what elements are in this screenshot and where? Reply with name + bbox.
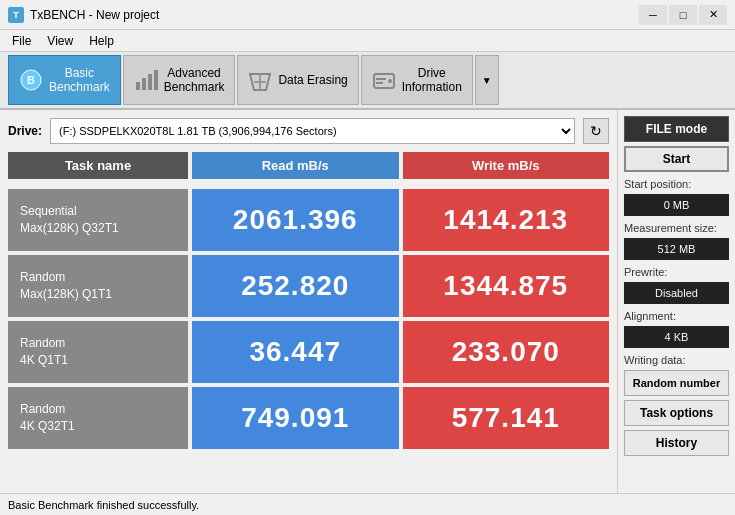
col-header-write: Write mB/s bbox=[403, 152, 610, 179]
row-1-write: 1344.875 bbox=[403, 255, 610, 317]
data-erasing-icon bbox=[248, 68, 272, 92]
start-position-label: Start position: bbox=[624, 178, 729, 190]
main-area: Drive: (F:) SSDPELKX020T8L 1.81 TB (3,90… bbox=[0, 110, 617, 493]
prewrite-label: Prewrite: bbox=[624, 266, 729, 278]
svg-rect-4 bbox=[148, 74, 152, 90]
toolbar-basic-benchmark[interactable]: B Basic Benchmark bbox=[8, 55, 121, 105]
table-row: Random 4K Q1T1 36.447 233.070 bbox=[8, 321, 609, 383]
prewrite-value: Disabled bbox=[624, 282, 729, 304]
measurement-size-label: Measurement size: bbox=[624, 222, 729, 234]
toolbar-advanced-benchmark[interactable]: Advanced Benchmark bbox=[123, 55, 236, 105]
maximize-button[interactable]: □ bbox=[669, 5, 697, 25]
status-bar: Basic Benchmark finished successfully. bbox=[0, 493, 735, 515]
toolbar: B Basic Benchmark Advanced Benchmark Dat… bbox=[0, 52, 735, 110]
window-controls: ─ □ ✕ bbox=[639, 5, 727, 25]
table-row: Random 4K Q32T1 749.091 577.141 bbox=[8, 387, 609, 449]
window-title: TxBENCH - New project bbox=[30, 8, 159, 22]
minimize-button[interactable]: ─ bbox=[639, 5, 667, 25]
svg-point-10 bbox=[388, 79, 392, 83]
svg-rect-2 bbox=[136, 82, 140, 90]
toolbar-data-erasing[interactable]: Data Erasing bbox=[237, 55, 358, 105]
app-icon: T bbox=[8, 7, 24, 23]
content-area: Drive: (F:) SSDPELKX020T8L 1.81 TB (3,90… bbox=[0, 110, 735, 493]
alignment-label: Alignment: bbox=[624, 310, 729, 322]
toolbar-dropdown-button[interactable]: ▼ bbox=[475, 55, 499, 105]
col-header-task: Task name bbox=[8, 152, 188, 179]
row-2-label: Random 4K Q1T1 bbox=[8, 321, 188, 383]
basic-benchmark-label: Basic Benchmark bbox=[49, 66, 110, 94]
svg-rect-12 bbox=[376, 82, 383, 84]
menu-view[interactable]: View bbox=[39, 32, 81, 50]
table-row: Random Max(128K) Q1T1 252.820 1344.875 bbox=[8, 255, 609, 317]
row-3-label: Random 4K Q32T1 bbox=[8, 387, 188, 449]
drive-select[interactable]: (F:) SSDPELKX020T8L 1.81 TB (3,906,994,1… bbox=[50, 118, 575, 144]
table-header: Task name Read mB/s Write mB/s bbox=[8, 152, 609, 179]
file-mode-button[interactable]: FILE mode bbox=[624, 116, 729, 142]
data-erasing-label: Data Erasing bbox=[278, 73, 347, 87]
menu-bar: File View Help bbox=[0, 30, 735, 52]
svg-rect-3 bbox=[142, 78, 146, 90]
alignment-value: 4 KB bbox=[624, 326, 729, 348]
start-button[interactable]: Start bbox=[624, 146, 729, 172]
writing-data-button[interactable]: Random number bbox=[624, 370, 729, 396]
svg-rect-11 bbox=[376, 78, 386, 80]
row-1-label: Random Max(128K) Q1T1 bbox=[8, 255, 188, 317]
drive-label: Drive: bbox=[8, 124, 42, 138]
row-0-read: 2061.396 bbox=[192, 189, 399, 251]
row-0-label: Sequential Max(128K) Q32T1 bbox=[8, 189, 188, 251]
drive-information-label: Drive Information bbox=[402, 66, 462, 94]
svg-text:B: B bbox=[27, 74, 35, 86]
right-panel: FILE mode Start Start position: 0 MB Mea… bbox=[617, 110, 735, 493]
col-header-read: Read mB/s bbox=[192, 152, 399, 179]
writing-data-label: Writing data: bbox=[624, 354, 729, 366]
row-0-write: 1414.213 bbox=[403, 189, 610, 251]
table-row: Sequential Max(128K) Q32T1 2061.396 1414… bbox=[8, 189, 609, 251]
row-3-write: 577.141 bbox=[403, 387, 610, 449]
history-button[interactable]: History bbox=[624, 430, 729, 456]
row-2-write: 233.070 bbox=[403, 321, 610, 383]
title-bar-left: T TxBENCH - New project bbox=[8, 7, 159, 23]
row-1-read: 252.820 bbox=[192, 255, 399, 317]
toolbar-drive-information[interactable]: Drive Information bbox=[361, 55, 473, 105]
close-button[interactable]: ✕ bbox=[699, 5, 727, 25]
svg-rect-5 bbox=[154, 70, 158, 90]
benchmark-rows: Sequential Max(128K) Q32T1 2061.396 1414… bbox=[8, 189, 609, 449]
advanced-benchmark-label: Advanced Benchmark bbox=[164, 66, 225, 94]
task-options-button[interactable]: Task options bbox=[624, 400, 729, 426]
measurement-size-value: 512 MB bbox=[624, 238, 729, 260]
start-position-value: 0 MB bbox=[624, 194, 729, 216]
basic-benchmark-icon: B bbox=[19, 68, 43, 92]
drive-row: Drive: (F:) SSDPELKX020T8L 1.81 TB (3,90… bbox=[8, 118, 609, 144]
status-text: Basic Benchmark finished successfully. bbox=[8, 499, 199, 511]
drive-information-icon bbox=[372, 68, 396, 92]
row-2-read: 36.447 bbox=[192, 321, 399, 383]
advanced-benchmark-icon bbox=[134, 68, 158, 92]
drive-refresh-button[interactable]: ↻ bbox=[583, 118, 609, 144]
menu-help[interactable]: Help bbox=[81, 32, 122, 50]
row-3-read: 749.091 bbox=[192, 387, 399, 449]
title-bar: T TxBENCH - New project ─ □ ✕ bbox=[0, 0, 735, 30]
menu-file[interactable]: File bbox=[4, 32, 39, 50]
